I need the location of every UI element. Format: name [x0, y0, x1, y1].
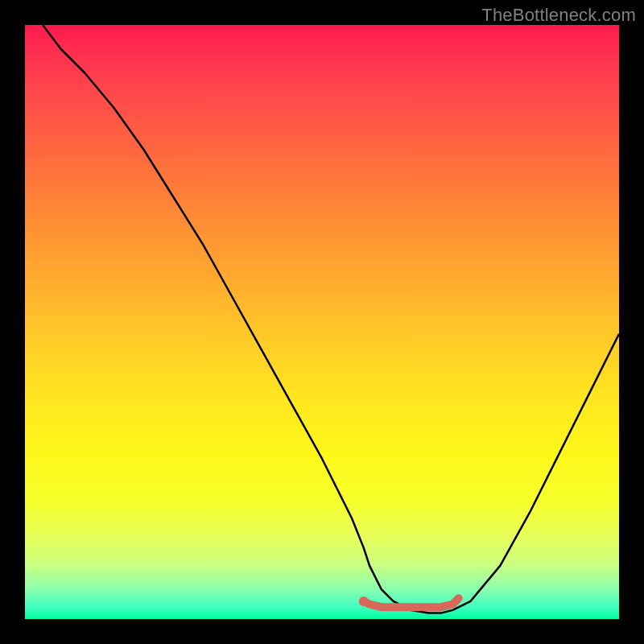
chart-frame: TheBottleneck.com [0, 0, 644, 644]
watermark-text: TheBottleneck.com [481, 5, 636, 26]
plot-area [25, 25, 619, 619]
highlight-dot [359, 597, 369, 606]
highlight-segment [364, 598, 459, 607]
chart-svg [25, 25, 619, 619]
main-curve [43, 25, 619, 613]
